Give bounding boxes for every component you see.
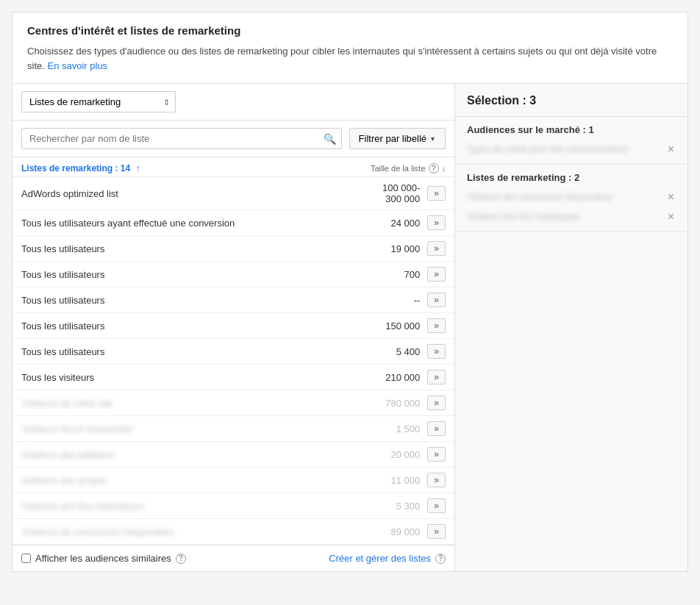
create-lists-link[interactable]: Créer et gérer des listes [329,553,431,564]
list-item-size: 700 [361,269,420,280]
add-to-selection-button[interactable]: » [427,293,446,307]
list-item-size: 780 000 [361,398,420,409]
list-item-size: 150 000 [361,321,420,332]
add-to-selection-button[interactable]: » [427,473,446,487]
page-description: Choisissez des types d'audience ou des l… [27,44,673,73]
list-size-header: Taille de la liste ? ↓ [371,163,446,173]
search-input[interactable] [21,128,342,149]
filter-button[interactable]: Filtrer par libellé [349,128,446,149]
selection-section: Audiences sur le marché : 1Types de créd… [455,117,688,165]
selected-item-name: Visiteurs des ressources fréquentées [467,191,666,204]
list-row: AdWords optimized list100 000- 300 000» [12,177,454,210]
list-item-name: Visiteurs de ressources fréquentées [21,526,361,537]
list-item-size: 89 000 [361,526,420,537]
list-row: Tous les utilisateurs5 400» [12,339,454,365]
list-item-name: Tous les visiteurs [21,372,361,383]
list-item-name: Tous les utilisateurs [21,321,361,332]
remove-selection-button[interactable]: × [666,211,676,223]
learn-more-link[interactable]: En savoir plus [47,60,107,71]
create-help-icon[interactable]: ? [435,554,446,564]
search-icon: 🔍 [324,133,336,145]
add-to-selection-button[interactable]: » [427,186,446,201]
add-to-selection-button[interactable]: » [427,447,446,462]
selected-item-name: Types de crédit pour des consommateurs [467,143,666,156]
list-item-name: Tous les utilisateurs [21,269,361,280]
list-row: Visiteurs des projets11 000» [12,468,454,493]
list-item-name: Visiteurs de votre site [21,398,361,409]
list-row: Visiteurs forum fréquentés1 500» [12,416,454,442]
list-count-label: Listes de remarketing : 14 ↑ [21,163,140,173]
selection-item: Visiteurs des flux statistiques× [467,207,676,227]
selection-section: Listes de remarketing : 2Visiteurs des r… [455,165,688,232]
header-section: Centres d'intérêt et listes de remarketi… [12,12,688,84]
list-header: Listes de remarketing : 14 ↑ Taille de l… [12,157,454,177]
list-item-size: 19 000 [361,243,420,254]
list-item-size: 20 000 [361,449,420,460]
add-to-selection-button[interactable]: » [427,344,446,359]
selection-item: Types de crédit pour des consommateurs× [467,140,676,160]
remove-selection-button[interactable]: × [666,191,676,203]
left-panel: Listes de remarketing Types d'audience 🔍… [12,84,455,571]
dropdown-row: Listes de remarketing Types d'audience [12,84,454,121]
footer-right: Créer et gérer des listes ? [329,553,446,564]
add-to-selection-button[interactable]: » [427,241,446,256]
list-item-name: Tous les utilisateurs ayant effectué une… [21,218,361,229]
list-item-name: Tous les utilisateurs [21,346,361,357]
list-row: Visiteurs de votre site780 000» [12,390,454,416]
right-panel: Sélection : 3 Audiences sur le marché : … [455,84,688,571]
list-item-name: Visiteurs forum fréquentés [21,423,361,434]
list-item-size: 5 400 [361,346,420,357]
list-row: Visiteurs des tableaux20 000» [12,442,454,468]
add-to-selection-button[interactable]: » [427,395,446,410]
list-row: Tous les utilisateurs--» [12,287,454,313]
list-item-name: Visiteurs des flux statistiques [21,501,361,512]
list-item-name: AdWords optimized list [21,188,361,199]
list-item-size: 1 500 [361,423,420,434]
list-item-name: Visiteurs des tableaux [21,449,361,460]
selection-item: Visiteurs des ressources fréquentées× [467,187,676,207]
selection-section-title: Listes de remarketing : 2 [467,172,676,183]
add-to-selection-button[interactable]: » [427,318,446,333]
add-to-selection-button[interactable]: » [427,267,446,282]
list-row: Visiteurs des flux statistiques5 300» [12,493,454,519]
footer-left: Afficher les audiences similaires ? [21,553,186,564]
similar-audiences-checkbox[interactable] [21,554,31,563]
sort-down-icon[interactable]: ↓ [442,164,446,173]
list-item-name: Tous les utilisateurs [21,295,361,306]
list-item-name: Tous les utilisateurs [21,243,361,254]
similar-help-icon[interactable]: ? [176,554,186,564]
sort-up-icon[interactable]: ↑ [135,163,140,173]
add-to-selection-button[interactable]: » [427,498,446,513]
size-help-icon[interactable]: ? [429,163,439,173]
selected-item-name: Visiteurs des flux statistiques [467,211,666,223]
list-row: Tous les utilisateurs ayant effectué une… [12,210,454,236]
main-container: Centres d'intérêt et listes de remarketi… [12,12,688,572]
selection-sections: Audiences sur le marché : 1Types de créd… [455,117,688,232]
dropdown-wrapper: Listes de remarketing Types d'audience [21,91,176,112]
selection-section-title: Audiences sur le marché : 1 [467,124,676,135]
list-item-size: 210 000 [361,372,420,383]
list-type-dropdown[interactable]: Listes de remarketing Types d'audience [21,91,176,112]
similar-audiences-checkbox-label[interactable]: Afficher les audiences similaires [21,553,171,564]
page-title: Centres d'intérêt et listes de remarketi… [27,24,673,37]
footer-row: Afficher les audiences similaires ? Crée… [12,545,454,571]
list-row: Tous les utilisateurs700» [12,262,454,287]
list-table: AdWords optimized list100 000- 300 000»T… [12,177,454,545]
list-item-name: Visiteurs des projets [21,475,361,486]
remove-selection-button[interactable]: × [666,143,676,155]
add-to-selection-button[interactable]: » [427,421,446,436]
list-item-size: -- [361,295,420,306]
add-to-selection-button[interactable]: » [427,215,446,230]
add-to-selection-button[interactable]: » [427,370,446,384]
search-filter-row: 🔍 Filtrer par libellé [12,121,454,157]
list-item-size: 100 000- 300 000 [361,182,420,204]
search-wrapper: 🔍 [21,128,342,149]
list-row: Tous les visiteurs210 000» [12,365,454,390]
add-to-selection-button[interactable]: » [427,524,446,539]
list-item-size: 5 300 [361,501,420,512]
list-row: Visiteurs de ressources fréquentées89 00… [12,519,454,545]
list-row: Tous les utilisateurs19 000» [12,236,454,262]
list-item-size: 24 000 [361,218,420,229]
list-item-size: 11 000 [361,475,420,486]
list-row: Tous les utilisateurs150 000» [12,313,454,339]
